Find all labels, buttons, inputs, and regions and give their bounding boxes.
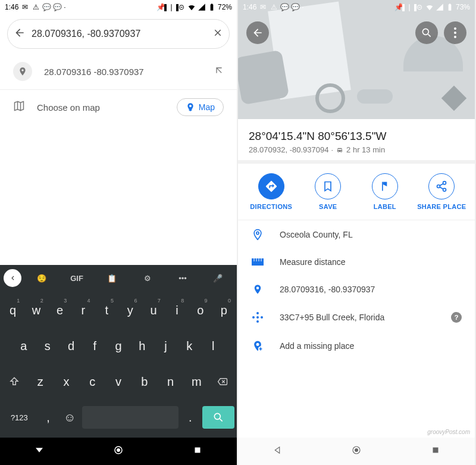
key-x[interactable]: x bbox=[55, 368, 79, 395]
insert-arrow-icon[interactable] bbox=[214, 65, 224, 77]
back-button[interactable] bbox=[246, 21, 269, 44]
directions-label: DIRECTIONS bbox=[250, 203, 292, 210]
emoji-key[interactable]: ☺ bbox=[60, 404, 79, 431]
watermark: groovyPost.com bbox=[427, 429, 470, 435]
space-key[interactable] bbox=[82, 406, 178, 429]
key-z[interactable]: z bbox=[29, 368, 52, 395]
key-n[interactable]: n bbox=[159, 368, 183, 395]
svg-point-5 bbox=[422, 29, 428, 35]
car-icon bbox=[336, 146, 344, 154]
svg-rect-9 bbox=[382, 182, 383, 191]
info-location[interactable]: Osceola County, FL bbox=[238, 220, 475, 249]
nav-back-icon[interactable] bbox=[34, 445, 45, 458]
nav-home-icon[interactable] bbox=[113, 445, 124, 458]
help-icon[interactable]: ? bbox=[451, 312, 462, 323]
spacer bbox=[0, 124, 237, 265]
info-measure[interactable]: Measure distance bbox=[238, 249, 475, 275]
key-m[interactable]: m bbox=[184, 368, 208, 395]
plus-code-icon bbox=[251, 312, 264, 323]
info-coords[interactable]: 28.0709316, -80.9370937 bbox=[238, 275, 475, 304]
back-icon[interactable] bbox=[14, 27, 26, 41]
key-a[interactable]: a bbox=[13, 332, 35, 360]
key-w[interactable]: w2 bbox=[26, 297, 46, 324]
key-e[interactable]: e3 bbox=[49, 297, 70, 324]
search-input[interactable] bbox=[32, 29, 206, 39]
nav-home-icon[interactable] bbox=[351, 445, 362, 458]
share-action[interactable]: SHARE PLACE bbox=[415, 173, 468, 210]
save-label: SAVE bbox=[319, 203, 337, 210]
info-measure-text: Measure distance bbox=[280, 257, 462, 267]
svg-point-6 bbox=[454, 27, 456, 30]
save-action[interactable]: SAVE bbox=[301, 173, 355, 210]
key-v[interactable]: v bbox=[107, 368, 130, 395]
shift-key[interactable] bbox=[2, 368, 26, 395]
map-button-label: Map bbox=[199, 102, 215, 112]
map-button[interactable]: Map bbox=[177, 98, 224, 116]
signal-icon bbox=[198, 3, 206, 11]
vibrate-icon: ❚❘❚ bbox=[167, 3, 176, 11]
keyboard[interactable]: 😌 GIF 📋 ⚙ ••• 🎤 q1w2e3r4t5y6u7i8o9p0 asd… bbox=[0, 265, 237, 438]
choose-on-map-row[interactable]: Choose on map Map bbox=[0, 90, 237, 124]
key-u[interactable]: u7 bbox=[143, 297, 164, 324]
gif-label[interactable]: GIF bbox=[61, 274, 92, 283]
key-l[interactable]: l bbox=[202, 332, 224, 360]
svg-point-18 bbox=[261, 316, 263, 319]
svg-point-16 bbox=[256, 312, 259, 314]
symbols-key[interactable]: ?123 bbox=[2, 404, 36, 431]
period-key[interactable]: . bbox=[181, 404, 200, 431]
key-c[interactable]: c bbox=[80, 368, 104, 395]
search-box[interactable] bbox=[7, 19, 230, 49]
key-j[interactable]: j bbox=[155, 332, 177, 360]
nav-recent-icon[interactable] bbox=[192, 445, 203, 458]
suggestion-row[interactable]: 28.0709316 -80.9370937 bbox=[0, 54, 237, 89]
keyboard-top-row: 😌 GIF 📋 ⚙ ••• 🎤 bbox=[0, 265, 237, 291]
key-f[interactable]: f bbox=[84, 332, 105, 360]
svg-point-10 bbox=[443, 182, 446, 185]
add-place-icon bbox=[251, 339, 264, 352]
svg-point-12 bbox=[443, 188, 446, 191]
chat-icon: 💬 bbox=[280, 3, 289, 11]
key-t[interactable]: t5 bbox=[96, 297, 117, 324]
place-title: 28°04'15.4"N 80°56'13.5"W bbox=[249, 130, 464, 143]
search-key[interactable] bbox=[202, 406, 234, 429]
key-o[interactable]: o9 bbox=[190, 297, 211, 324]
mic-icon[interactable]: 🎤 bbox=[203, 274, 233, 283]
info-add-place[interactable]: Add a missing place bbox=[238, 331, 475, 361]
more-icon[interactable]: ••• bbox=[167, 274, 198, 283]
sticker-icon[interactable]: 😌 bbox=[26, 274, 57, 283]
key-r[interactable]: r4 bbox=[73, 297, 93, 324]
info-location-text: Osceola County, FL bbox=[280, 230, 462, 239]
key-k[interactable]: k bbox=[178, 332, 200, 360]
comma-key[interactable]: , bbox=[39, 404, 58, 431]
info-pluscode[interactable]: 33C7+95 Bull Creek, Florida ? bbox=[238, 304, 475, 331]
search-button[interactable] bbox=[415, 21, 438, 44]
key-q[interactable]: q1 bbox=[2, 297, 23, 324]
clear-icon[interactable] bbox=[212, 27, 223, 40]
svg-point-21 bbox=[256, 343, 259, 346]
key-b[interactable]: b bbox=[133, 368, 156, 395]
warning-icon: ⚠ bbox=[32, 3, 40, 11]
clipboard-icon[interactable]: 📋 bbox=[97, 274, 127, 283]
settings-icon[interactable]: ⚙ bbox=[132, 274, 162, 283]
pin-filled-icon bbox=[251, 283, 264, 295]
nav-recent-icon[interactable] bbox=[430, 445, 441, 458]
place-coords: 28.070932, -80.937094 bbox=[249, 145, 328, 154]
key-i[interactable]: i8 bbox=[167, 297, 187, 324]
key-y[interactable]: y6 bbox=[120, 297, 140, 324]
key-h[interactable]: h bbox=[131, 332, 153, 360]
more-button[interactable] bbox=[444, 21, 466, 44]
key-s[interactable]: s bbox=[37, 332, 58, 360]
directions-action[interactable]: DIRECTIONS bbox=[245, 173, 298, 210]
backspace-key[interactable] bbox=[211, 368, 234, 395]
vibrate-icon: ❚❘❚ bbox=[405, 3, 414, 11]
key-p[interactable]: p0 bbox=[214, 297, 234, 324]
more-dot-icon: · bbox=[302, 3, 303, 11]
label-action[interactable]: LABEL bbox=[358, 173, 412, 210]
key-g[interactable]: g bbox=[108, 332, 129, 360]
keyboard-collapse-icon[interactable] bbox=[4, 269, 21, 287]
keyboard-row-1: q1w2e3r4t5y6u7i8o9p0 bbox=[2, 292, 234, 328]
wifi-icon bbox=[425, 3, 434, 11]
battery-percent: 72% bbox=[218, 3, 232, 11]
key-d[interactable]: d bbox=[61, 332, 82, 360]
nav-back-icon[interactable] bbox=[272, 445, 283, 458]
